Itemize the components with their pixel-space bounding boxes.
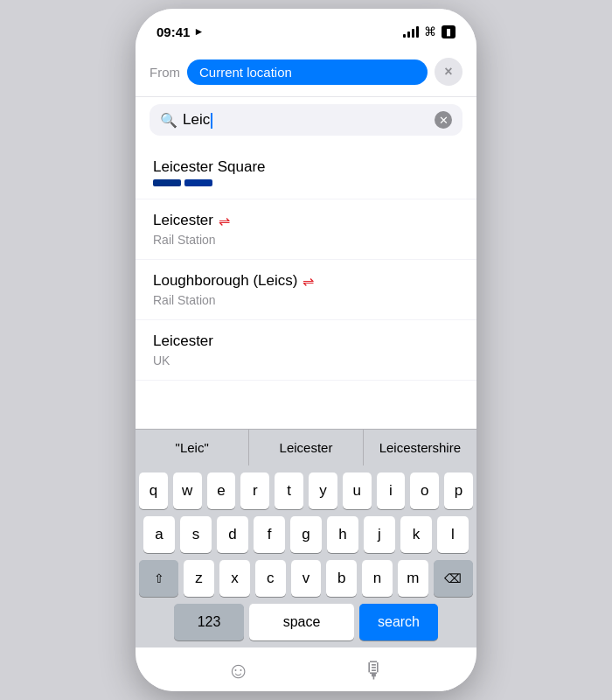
prediction-item-quoted[interactable]: "Leic" — [136, 430, 249, 466]
key-f[interactable]: f — [254, 516, 285, 553]
clear-input-button[interactable]: ✕ — [435, 111, 452, 129]
prediction-label: Leicestershire — [379, 440, 461, 455]
tube-line-piccadilly — [184, 179, 212, 186]
status-bar: 09:41 ► ⌘ ▮ — [136, 9, 476, 47]
mic-icon[interactable]: 🎙 — [363, 657, 386, 684]
search-value: Leic — [183, 111, 210, 128]
result-item[interactable]: Leicester ⇌ Rail Station — [136, 200, 476, 260]
search-label: search — [378, 614, 420, 630]
key-g[interactable]: g — [290, 516, 322, 553]
keyboard: q w e r t y u i o p a s d f g h j k l ⇧ … — [136, 466, 476, 648]
prediction-item-leicestershire[interactable]: Leicestershire — [364, 430, 476, 466]
keyboard-row-1: q w e r t y u i o p — [139, 472, 473, 509]
key-n[interactable]: n — [362, 560, 393, 597]
key-e[interactable]: e — [207, 472, 236, 509]
wifi-icon: ⌘ — [424, 24, 436, 38]
status-icons: ⌘ ▮ — [403, 24, 456, 38]
location-arrow-icon: ► — [193, 25, 204, 38]
result-subtitle: Rail Station — [153, 293, 459, 307]
from-label: From — [150, 65, 180, 80]
prediction-label: "Leic" — [176, 440, 209, 455]
key-r[interactable]: r — [240, 472, 269, 509]
key-o[interactable]: o — [410, 472, 439, 509]
tube-lines — [153, 179, 459, 186]
key-a[interactable]: a — [143, 516, 175, 553]
search-icon: 🔍 — [160, 112, 177, 129]
search-input-wrap[interactable]: 🔍 Leic ✕ — [150, 104, 462, 136]
key-l[interactable]: l — [437, 516, 469, 553]
num-key[interactable]: 123 — [174, 604, 244, 640]
search-input[interactable]: Leic — [183, 111, 429, 129]
key-s[interactable]: s — [180, 516, 212, 553]
space-label: space — [283, 614, 321, 630]
status-time: 09:41 ► — [156, 24, 204, 39]
space-key[interactable]: space — [249, 604, 354, 640]
search-row: 🔍 Leic ✕ — [136, 97, 476, 146]
key-h[interactable]: h — [327, 516, 358, 553]
key-u[interactable]: u — [343, 472, 372, 509]
backspace-key[interactable]: ⌫ — [434, 560, 473, 597]
key-z[interactable]: z — [184, 560, 214, 597]
tube-line-northern — [153, 179, 181, 186]
emoji-icon[interactable]: ☺ — [226, 657, 250, 684]
bottom-bar: ☺ 🎙 — [136, 648, 476, 691]
key-k[interactable]: k — [400, 516, 432, 553]
keyboard-row-3: ⇧ z x c v b n m ⌫ — [139, 560, 473, 597]
close-button[interactable]: × — [435, 58, 462, 86]
keyboard-bottom-row: 123 space search — [139, 604, 473, 640]
from-row: From Current location × — [136, 47, 476, 97]
text-cursor — [211, 113, 212, 129]
result-item[interactable]: Loughborough (Leics) ⇌ Rail Station — [136, 260, 476, 320]
current-location-badge[interactable]: Current location — [187, 60, 428, 85]
national-rail-icon: ⇌ — [219, 213, 230, 229]
num-label: 123 — [198, 614, 221, 630]
time-label: 09:41 — [156, 24, 190, 39]
key-w[interactable]: w — [173, 472, 202, 509]
result-subtitle: Rail Station — [153, 233, 459, 247]
key-b[interactable]: b — [326, 560, 357, 597]
search-key[interactable]: search — [359, 604, 438, 640]
result-name: Leicester ⇌ — [153, 212, 459, 229]
signal-bars — [403, 26, 419, 38]
prediction-label: Leicester — [280, 440, 333, 455]
key-p[interactable]: p — [444, 472, 473, 509]
result-name: Leicester Square — [153, 158, 459, 176]
result-name: Loughborough (Leics) ⇌ — [153, 272, 459, 290]
battery-icon: ▮ — [442, 25, 456, 38]
close-icon: × — [444, 64, 452, 80]
prediction-item-leicester[interactable]: Leicester — [249, 430, 363, 466]
result-subtitle: UK — [153, 354, 459, 368]
results-list: Leicester Square Leicester ⇌ Rail Statio… — [136, 146, 476, 429]
result-name: Leicester — [153, 332, 459, 350]
key-y[interactable]: y — [309, 472, 337, 509]
key-m[interactable]: m — [398, 560, 428, 597]
keyboard-row-2: a s d f g h j k l — [139, 516, 473, 553]
key-t[interactable]: t — [275, 472, 303, 509]
national-rail-icon: ⇌ — [303, 273, 314, 290]
key-c[interactable]: c — [255, 560, 286, 597]
phone-container: 09:41 ► ⌘ ▮ From Current location × 🔍 Le… — [136, 9, 476, 691]
key-d[interactable]: d — [217, 516, 248, 553]
key-v[interactable]: v — [291, 560, 322, 597]
shift-key[interactable]: ⇧ — [139, 560, 178, 597]
key-j[interactable]: j — [364, 516, 395, 553]
key-q[interactable]: q — [139, 472, 168, 509]
result-item[interactable]: Leicester UK — [136, 320, 476, 381]
predictions-bar: "Leic" Leicester Leicestershire — [136, 429, 476, 466]
key-x[interactable]: x — [219, 560, 250, 597]
result-item[interactable]: Leicester Square — [136, 146, 476, 200]
key-i[interactable]: i — [377, 472, 406, 509]
